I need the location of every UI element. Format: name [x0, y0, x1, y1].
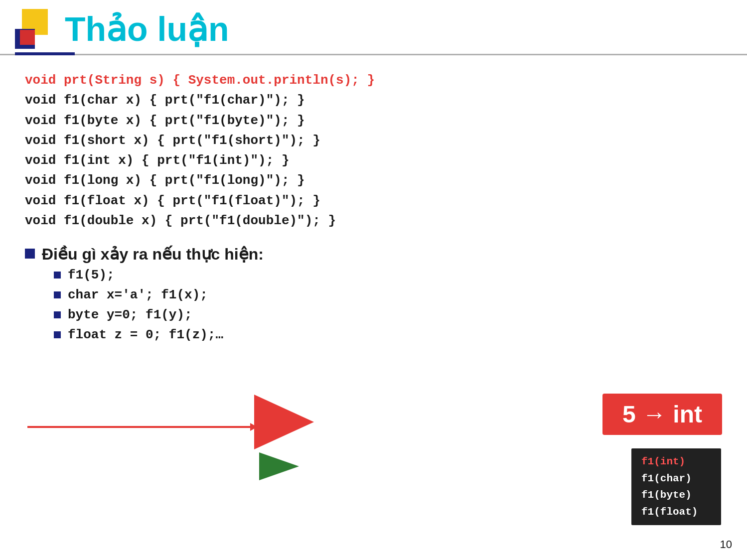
logo-red — [20, 30, 35, 45]
terminal-line-text-3: f1(byte) — [641, 489, 692, 501]
sub-bullet-text-2: char x='a'; f1(x); — [68, 287, 208, 302]
sub-bullet-text-3: byte y=0; f1(y); — [68, 307, 192, 322]
header-underline — [15, 52, 75, 55]
sub-bullet-icon-3 — [54, 311, 61, 318]
sub-bullet-2: char x='a'; f1(x); — [54, 287, 722, 302]
annotation-container: 5 → int — [602, 394, 722, 435]
sub-bullet-3: byte y=0; f1(y); — [54, 307, 722, 322]
bullet-section: Điều gì xảy ra nếu thực hiện: f1(5); cha… — [25, 245, 722, 342]
sub-bullet-text-4: float z = 0; f1(z);… — [68, 327, 223, 342]
terminal-line-text-4: f1(float) — [641, 506, 698, 518]
slide-header: Thảo luận — [0, 0, 747, 55]
sub-bullet-text-1: f1(5); — [68, 268, 115, 282]
terminal-line-text-2: f1(char) — [641, 473, 692, 484]
red-connector-line — [27, 426, 257, 428]
code-line-4: void f1(int x) { prt("f1(int)"); } — [25, 150, 722, 170]
code-block: void prt(String s) { System.out.println(… — [25, 70, 722, 231]
code-line-1: void f1(char x) { prt("f1(char)"); } — [25, 90, 722, 110]
slide-title: Thảo luận — [65, 12, 229, 46]
code-line-2: void f1(byte x) { prt("f1(byte)"); } — [25, 111, 722, 131]
sub-bullet-icon-2 — [54, 291, 61, 298]
sub-bullet-icon-1 — [54, 272, 61, 279]
page-number: 10 — [720, 538, 732, 551]
green-arrow-icon — [259, 452, 299, 480]
code-line-3: void f1(short x) { prt("f1(short)"); } — [25, 131, 722, 150]
sub-bullet-icon-4 — [54, 331, 61, 338]
bullet-main-text: Điều gì xảy ra nếu thực hiện: — [42, 245, 264, 264]
sub-bullet-4: float z = 0; f1(z);… — [54, 327, 722, 342]
bullet-main: Điều gì xảy ra nếu thực hiện: — [25, 245, 722, 264]
terminal-output: f1(int) f1(char) f1(byte) f1(float) — [631, 448, 721, 525]
bullet-square-icon — [25, 249, 35, 259]
code-line-5: void f1(long x) { prt("f1(long)"); } — [25, 170, 722, 190]
code-line-6: void f1(float x) { prt("f1(float)"); } — [25, 191, 722, 211]
terminal-line-text-1: f1(int) — [641, 456, 685, 467]
code-line-7: void f1(double x) { prt("f1(double)"); } — [25, 211, 722, 231]
code-highlight-line: void prt(String s) { System.out.println(… — [25, 70, 722, 90]
sub-bullets: f1(5); char x='a'; f1(x); byte y=0; f1(y… — [54, 268, 722, 342]
logo — [15, 9, 55, 49]
terminal-line-1: f1(int) — [641, 453, 711, 470]
red-triangle-arrow-icon — [254, 395, 314, 449]
sub-bullet-1: f1(5); — [54, 268, 722, 282]
terminal-line-3: f1(byte) — [641, 487, 711, 504]
main-content: void prt(String s) { System.out.println(… — [0, 55, 747, 357]
terminal-line-4: f1(float) — [641, 504, 711, 521]
annotation-box: 5 → int — [602, 394, 722, 435]
terminal-line-2: f1(char) — [641, 470, 711, 487]
